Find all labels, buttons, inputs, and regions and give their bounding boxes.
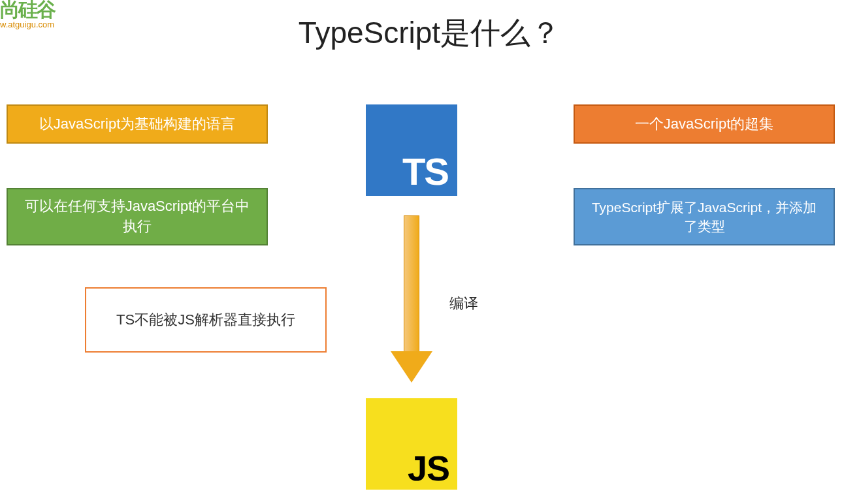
feature-text: 一个JavaScript的超集 <box>635 114 774 134</box>
feature-box-built-on-js: 以JavaScript为基础构建的语言 <box>7 104 268 144</box>
feature-text: 以JavaScript为基础构建的语言 <box>39 114 236 134</box>
arrow-shaft <box>404 215 419 353</box>
ts-logo-text: TS <box>402 153 448 191</box>
arrow-label: 编译 <box>449 294 478 313</box>
slide-title: TypeScript是什么？ <box>0 13 859 54</box>
feature-text: 可以在任何支持JavaScript的平台中执行 <box>20 197 255 237</box>
compile-arrow <box>398 215 425 385</box>
feature-text: TS不能被JS解析器直接执行 <box>116 310 295 330</box>
feature-text: TypeScript扩展了JavaScript，并添加了类型 <box>587 198 822 236</box>
feature-box-cross-platform: 可以在任何支持JavaScript的平台中执行 <box>7 188 268 245</box>
arrow-head-icon <box>391 351 432 383</box>
js-logo-text: JS <box>408 450 449 486</box>
typescript-logo: TS <box>366 104 457 196</box>
feature-box-extends-types: TypeScript扩展了JavaScript，并添加了类型 <box>574 188 835 245</box>
feature-box-superset: 一个JavaScript的超集 <box>574 104 835 144</box>
feature-box-cannot-execute: TS不能被JS解析器直接执行 <box>85 287 327 353</box>
javascript-logo: JS <box>366 398 457 490</box>
